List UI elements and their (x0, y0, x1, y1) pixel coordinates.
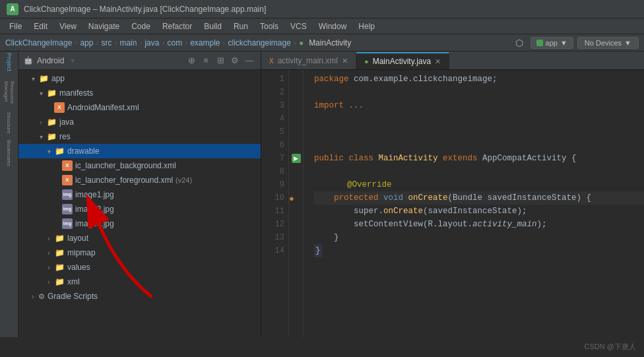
code-line-6 (314, 139, 644, 152)
arrow-collapsed: › (29, 292, 37, 300)
tree-label-ic-bg: ic_launcher_background.xml (75, 161, 176, 170)
gutter-3 (289, 99, 303, 112)
settings-icon[interactable]: ⚙ (229, 55, 241, 67)
menu-help[interactable]: Help (353, 20, 380, 32)
menu-vcs[interactable]: VCS (285, 20, 312, 32)
tree-item-manifests[interactable]: ▾ 📁 manifests (18, 86, 261, 100)
arrow-collapsed: › (37, 118, 45, 126)
sidebar-resource-tab[interactable]: Resource Manager (1, 84, 17, 100)
no-devices-dropdown-icon: ▼ (624, 39, 631, 47)
menu-navigate[interactable]: Navigate (83, 20, 125, 32)
breadcrumb-pkg[interactable]: clickchangeimage (228, 38, 290, 48)
tab-label-mainactivity: MainActivity.java (373, 57, 431, 66)
tree-item-app[interactable]: ▾ 📁 app (18, 71, 261, 86)
tree-item-layout[interactable]: › 📁 layout (18, 231, 261, 245)
menu-view[interactable]: View (54, 20, 82, 32)
folder-java-icon: 📁 (46, 117, 57, 127)
code-line-1: package com.example.clickchangeimage; (314, 73, 644, 86)
gutter-7: ▶ (289, 152, 303, 165)
sidebar-structure-tab[interactable]: Structure (1, 115, 17, 131)
tree-label-image3: image3.jpg (75, 219, 114, 228)
tab-close-activity-main[interactable]: ✕ (342, 57, 348, 65)
panel-dropdown-icon[interactable]: ▾ (71, 56, 75, 65)
breadcrumb-project[interactable]: ClickChangeImage (5, 38, 72, 48)
tree-label-mipmap: mipmap (67, 248, 96, 257)
menu-file[interactable]: File (4, 20, 27, 32)
breadcrumb-src[interactable]: src (101, 38, 112, 48)
tree-label-drawable: drawable (67, 146, 100, 156)
folder-xml-icon: 📁 (54, 276, 65, 287)
tree-item-gradle[interactable]: › ⚙ Gradle Scripts (18, 289, 261, 304)
menu-run[interactable]: Run (228, 20, 253, 32)
run-gutter-marker[interactable]: ▶ (292, 154, 301, 163)
expand-icon[interactable]: ≡ (200, 55, 212, 67)
collapse-icon[interactable]: ⊞ (214, 55, 226, 67)
tab-activity-main[interactable]: X activity_main.xml ✕ (261, 52, 356, 69)
breadcrumb-bar: ClickChangeImage › app › src › main › ja… (0, 34, 644, 51)
tree-item-image2[interactable]: img image2.jpg (18, 202, 261, 216)
breadcrumb-app[interactable]: app (80, 38, 93, 48)
tree-item-java[interactable]: › 📁 java (18, 115, 261, 129)
tree-item-image3[interactable]: img image3.jpg (18, 216, 261, 231)
gutter-9 (289, 178, 303, 191)
tab-label-activity-main: activity_main.xml (278, 56, 338, 65)
tree-item-ic-fg[interactable]: X ic_launcher_foreground.xml (v24) (18, 173, 261, 187)
menu-edit[interactable]: Edit (28, 20, 53, 32)
code-line-9: @Override (314, 178, 644, 191)
folder-res-icon: 📁 (46, 131, 57, 142)
close-panel-icon[interactable]: — (243, 55, 255, 67)
breadcrumb-class[interactable]: MainActivity (309, 38, 351, 48)
v24-badge: (v24) (176, 176, 192, 184)
tree-item-image1[interactable]: img image1.jpg (18, 187, 261, 202)
menu-build[interactable]: Build (199, 20, 227, 32)
ln-1: 1 (261, 73, 284, 86)
menu-tools[interactable]: Tools (255, 20, 284, 32)
breadcrumb-example[interactable]: example (190, 38, 220, 48)
gutter: ▶ ● (289, 70, 304, 337)
folder-values-icon: 📁 (54, 262, 65, 273)
code-line-2 (314, 86, 644, 99)
code-line-10: protected void onCreate(Bundle savedInst… (314, 191, 644, 205)
code-line-13: } (314, 231, 644, 244)
tree-item-mipmap[interactable]: › 📁 mipmap (18, 245, 261, 260)
run-config-button[interactable]: app ▼ (531, 37, 573, 49)
tree-item-xml[interactable]: › 📁 xml (18, 275, 261, 289)
line-numbers: 1 2 3 4 5 6 7 8 9 10 11 12 13 14 (261, 70, 289, 337)
ln-5: 5 (261, 125, 284, 139)
tree-item-values[interactable]: › 📁 values (18, 260, 261, 275)
run-config-dropdown-icon: ▼ (560, 39, 567, 47)
gutter-5 (289, 125, 303, 139)
project-tree: ▾ 📁 app ▾ 📁 manifests X AndroidManifest.… (18, 70, 261, 337)
sidebar-project-tab[interactable]: Project (1, 54, 17, 70)
no-devices-button[interactable]: No Devices ▼ (577, 37, 639, 49)
sidebar-bookmarks-tab[interactable]: Bookmarks (1, 145, 17, 161)
code-text[interactable]: package com.example.clickchangeimage; im… (304, 70, 644, 337)
arrow-expanded: ▾ (29, 75, 37, 82)
code-line-5 (314, 125, 644, 139)
sync-icon[interactable]: ⊕ (185, 55, 197, 67)
menu-bar: File Edit View Navigate Code Refactor Bu… (0, 18, 644, 34)
arrow-collapsed: › (45, 263, 53, 271)
app-logo: A (7, 3, 18, 15)
navigate-back-icon[interactable]: ⬡ (512, 36, 527, 50)
breadcrumb-com[interactable]: com (167, 38, 182, 48)
tree-item-ic-bg[interactable]: X ic_launcher_background.xml (18, 158, 261, 173)
ln-2: 2 (261, 86, 284, 99)
menu-window[interactable]: Window (313, 20, 352, 32)
tree-item-drawable[interactable]: ▾ 📁 drawable (18, 144, 261, 158)
gutter-12 (289, 218, 303, 231)
tab-close-mainactivity[interactable]: ✕ (435, 57, 441, 66)
arrow-expanded: ▾ (37, 89, 45, 97)
breadcrumb-main[interactable]: main (119, 38, 137, 48)
tree-label-image1: image1.jpg (75, 190, 114, 199)
tab-mainactivity[interactable]: ● MainActivity.java ✕ (356, 52, 449, 69)
breadcrumb-java[interactable]: java (145, 38, 159, 48)
folder-manifests-icon: 📁 (46, 88, 57, 98)
tree-label-image2: image2.jpg (75, 205, 114, 214)
menu-code[interactable]: Code (126, 20, 156, 32)
tree-item-androidmanifest[interactable]: X AndroidManifest.xml (18, 100, 261, 115)
tree-label-java: java (59, 117, 74, 127)
tree-item-res[interactable]: ▾ 📁 res (18, 129, 261, 144)
title-bar: A ClickChangeImage – MainActivity.java [… (0, 0, 644, 18)
menu-refactor[interactable]: Refactor (157, 20, 197, 32)
